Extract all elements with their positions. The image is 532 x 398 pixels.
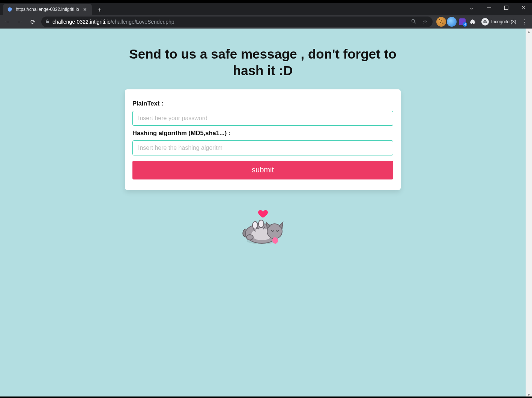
plaintext-input[interactable] bbox=[132, 111, 393, 126]
svg-point-10 bbox=[246, 235, 253, 240]
hash-form-card: PlainText : Hashing algorithm (MD5,sha1.… bbox=[125, 89, 401, 190]
address-url: challenge-0322.intigriti.io/challenge/Lo… bbox=[53, 19, 406, 25]
heart-icon bbox=[258, 210, 268, 217]
window-maximize-button[interactable] bbox=[497, 2, 515, 13]
window-close-button[interactable] bbox=[515, 2, 532, 13]
nav-reload-button[interactable]: ⟳ bbox=[27, 16, 38, 27]
extensions-menu-icon[interactable] bbox=[468, 17, 478, 27]
window-minimize-button[interactable] bbox=[480, 2, 497, 13]
address-url-path: /challenge/LoveSender.php bbox=[111, 19, 174, 25]
plaintext-label: PlainText : bbox=[132, 100, 393, 107]
window-titlebar bbox=[0, 0, 532, 3]
zoom-icon[interactable] bbox=[409, 18, 418, 25]
cat-image bbox=[239, 208, 287, 249]
extension-cookie-icon[interactable] bbox=[436, 17, 446, 27]
tab-favicon-icon bbox=[7, 6, 13, 12]
scrollbar-track[interactable]: ▲ ▼ bbox=[526, 29, 532, 398]
svg-point-2 bbox=[412, 20, 415, 23]
browser-toolbar: ← → ⟳ challenge-0322.intigriti.io/challe… bbox=[0, 15, 532, 29]
extension-purple-icon[interactable]: 4 bbox=[457, 17, 467, 27]
window-controls: ⌄ bbox=[463, 0, 532, 15]
address-url-host: challenge-0322.intigriti.io bbox=[53, 19, 111, 25]
svg-rect-1 bbox=[504, 6, 508, 9]
incognito-label: Incognito (3) bbox=[491, 19, 516, 24]
page-title: Send to us a safe message , don't forget… bbox=[117, 46, 409, 79]
window-bottom-border bbox=[0, 396, 532, 398]
nav-back-button[interactable]: ← bbox=[2, 16, 13, 27]
algorithm-label: Hashing algorithm (MD5,sha1...) : bbox=[132, 130, 393, 137]
nav-forward-button[interactable]: → bbox=[14, 16, 26, 27]
svg-rect-0 bbox=[487, 8, 491, 8]
incognito-icon bbox=[481, 18, 489, 26]
submit-button[interactable]: submit bbox=[132, 161, 393, 179]
lock-icon bbox=[45, 19, 50, 25]
bookmark-star-icon[interactable]: ☆ bbox=[421, 18, 429, 25]
extension-globe-icon[interactable] bbox=[447, 17, 457, 27]
browser-menu-button[interactable]: ⋮ bbox=[519, 18, 530, 26]
window-tabsearch-icon[interactable]: ⌄ bbox=[463, 2, 480, 13]
svg-line-3 bbox=[414, 22, 416, 23]
page-content: Send to us a safe message , don't forget… bbox=[0, 29, 526, 249]
address-bar[interactable]: challenge-0322.intigriti.io/challenge/Lo… bbox=[41, 17, 433, 27]
scrollbar-thumb[interactable] bbox=[526, 29, 531, 287]
incognito-indicator[interactable]: Incognito (3) bbox=[480, 18, 518, 26]
tab-close-icon[interactable]: ✕ bbox=[82, 6, 88, 12]
extension-icons: 4 bbox=[436, 17, 478, 27]
tab-title: https://challenge-0322.intigriti.io bbox=[16, 7, 79, 12]
algorithm-input[interactable] bbox=[132, 140, 393, 155]
svg-point-9 bbox=[258, 220, 264, 228]
tab-strip: https://challenge-0322.intigriti.io ✕ ＋ … bbox=[0, 3, 532, 15]
browser-tab[interactable]: https://challenge-0322.intigriti.io ✕ bbox=[3, 4, 92, 15]
page-viewport: ▲ ▼ Send to us a safe message , don't fo… bbox=[0, 29, 532, 398]
new-tab-button[interactable]: ＋ bbox=[94, 5, 105, 15]
extension-badge: 4 bbox=[463, 22, 467, 27]
